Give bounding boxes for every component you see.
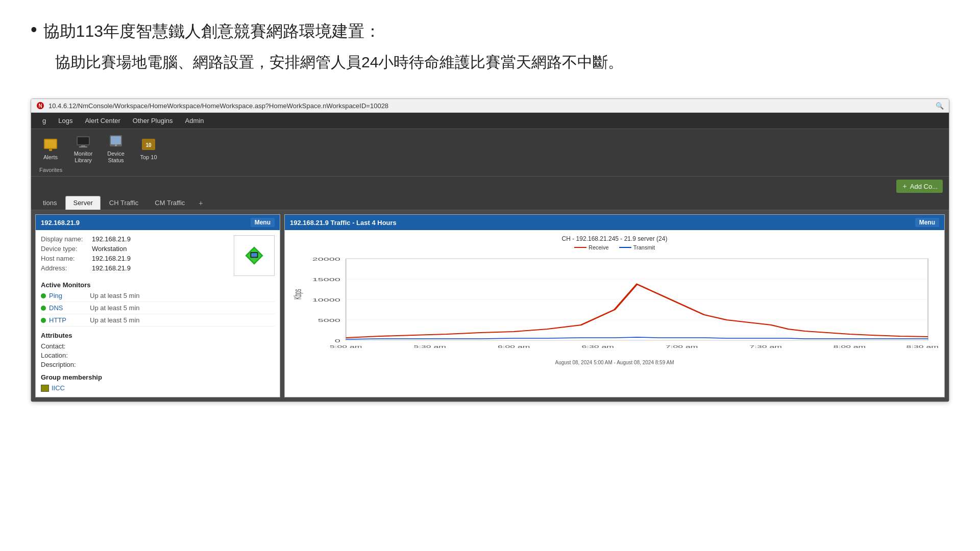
- toolbar-monitor-library-button[interactable]: MonitorLibrary: [68, 131, 99, 166]
- bullet-text: 協助113年度智慧鐵人創意競賽網路環境建置：: [43, 20, 381, 43]
- svg-point-11: [115, 144, 117, 146]
- host-name-row: Host name: 192.168.21.9: [41, 255, 234, 262]
- device-panel-header: 192.168.21.9 Menu: [36, 215, 280, 230]
- monitor-library-label: MonitorLibrary: [74, 151, 93, 164]
- presentation-text: • 協助113年度智慧鐵人創意競賽網路環境建置： 協助比賽場地電腦、網路設置，安…: [0, 0, 980, 98]
- bullet-symbol: •: [31, 20, 37, 39]
- monitor-dns-row: DNS Up at least 5 min: [41, 304, 275, 314]
- toolbar-row: Alerts MonitorLibrary: [35, 131, 945, 166]
- chart-svg-container: 20000 15000 10000 5000 0 Kbps 5:00 am 5:…: [290, 254, 939, 358]
- http-monitor-name[interactable]: HTTP: [49, 316, 90, 324]
- toolbar-area: Alerts MonitorLibrary: [31, 129, 949, 177]
- svg-text:5000: 5000: [318, 318, 340, 323]
- host-name-value: 192.168.21.9: [92, 255, 131, 262]
- plus-icon: ＋: [901, 182, 908, 191]
- svg-text:7:00 am: 7:00 am: [666, 344, 698, 349]
- svg-rect-4: [49, 149, 52, 151]
- panels-row: 192.168.21.9 Menu Display name: 192.168.…: [31, 210, 949, 402]
- transmit-legend: Transmit: [619, 244, 655, 251]
- add-col-label: Add Co...: [910, 183, 938, 190]
- tab-server[interactable]: Server: [65, 196, 100, 210]
- nav-item-g[interactable]: g: [36, 113, 52, 129]
- device-fields: Display name: 192.168.21.9 Device type: …: [41, 235, 234, 276]
- nav-item-other-plugins[interactable]: Other Plugins: [127, 113, 179, 129]
- traffic-chart-svg: 20000 15000 10000 5000 0 Kbps 5:00 am 5:…: [290, 254, 939, 356]
- workstation-icon: [241, 243, 267, 268]
- svg-rect-17: [251, 253, 257, 257]
- nav-item-admin[interactable]: Admin: [179, 113, 210, 129]
- dns-monitor-name[interactable]: DNS: [49, 304, 90, 312]
- chart-title: CH - 192.168.21.245 - 21.9 server (24): [290, 235, 939, 242]
- top10-icon: 10: [140, 137, 157, 153]
- add-column-button[interactable]: ＋ Add Co...: [896, 180, 943, 193]
- svg-text:Kbps: Kbps: [292, 289, 303, 300]
- active-monitors-title: Active Monitors: [41, 281, 275, 289]
- traffic-panel-menu-button[interactable]: Menu: [915, 218, 939, 227]
- svg-text:8:30 am: 8:30 am: [906, 344, 938, 349]
- receive-legend-label: Receive: [589, 244, 609, 251]
- attributes-title: Attributes: [41, 332, 275, 339]
- traffic-panel-title: 192.168.21.9 Traffic - Last 4 Hours: [290, 219, 397, 227]
- browser-favicon-icon: N: [36, 102, 44, 110]
- display-name-label: Display name:: [41, 235, 92, 243]
- svg-rect-8: [79, 146, 87, 147]
- receive-legend: Receive: [574, 244, 609, 251]
- svg-text:5:30 am: 5:30 am: [413, 344, 446, 349]
- contact-row: Contact:: [41, 342, 275, 350]
- device-panel-menu-button[interactable]: Menu: [251, 218, 275, 227]
- top10-label: Top 10: [140, 154, 157, 161]
- alerts-label: Alerts: [43, 154, 58, 161]
- svg-rect-18: [253, 258, 256, 259]
- tab-ch-traffic[interactable]: CH Traffic: [102, 196, 146, 210]
- svg-text:8:00 am: 8:00 am: [834, 344, 866, 349]
- address-url[interactable]: 10.4.6.12/NmConsole/Workspace/HomeWorksp…: [48, 102, 932, 110]
- svg-text:10000: 10000: [312, 297, 340, 303]
- svg-text:6:30 am: 6:30 am: [581, 344, 614, 349]
- toolbar-device-status-button[interactable]: DeviceStatus: [101, 131, 131, 166]
- device-icon-box: [234, 235, 275, 276]
- display-name-value: 192.168.21.9: [92, 235, 131, 243]
- device-status-icon: [108, 133, 124, 149]
- svg-rect-6: [78, 137, 89, 144]
- tab-tions[interactable]: tions: [35, 196, 64, 210]
- monitor-library-icon: [75, 133, 91, 149]
- device-panel-body: Display name: 192.168.21.9 Device type: …: [36, 230, 280, 397]
- group-folder-icon: [41, 385, 49, 392]
- group-membership-title: Group membership: [41, 373, 275, 381]
- top-nav: g Logs Alert Center Other Plugins Admin: [31, 113, 949, 129]
- favorites-label: Favorites: [35, 166, 945, 174]
- tab-cm-traffic[interactable]: CM Traffic: [147, 196, 192, 210]
- toolbar-alerts-button[interactable]: Alerts: [35, 135, 66, 163]
- svg-text:0: 0: [335, 338, 340, 343]
- app-container: g Logs Alert Center Other Plugins Admin: [31, 113, 949, 402]
- svg-rect-10: [111, 136, 121, 144]
- chart-legend: Receive Transmit: [290, 244, 939, 251]
- nav-item-logs[interactable]: Logs: [52, 113, 79, 129]
- display-name-row: Display name: 192.168.21.9: [41, 235, 234, 243]
- description-row: Description:: [41, 361, 275, 368]
- tab-add-button[interactable]: +: [193, 196, 208, 210]
- monitor-ping-row: Ping Up at least 5 min: [41, 292, 275, 302]
- alerts-icon: [42, 137, 59, 153]
- svg-text:5:00 am: 5:00 am: [330, 344, 362, 349]
- group-name[interactable]: IICC: [52, 384, 65, 392]
- device-type-label: Device type:: [41, 245, 92, 253]
- ping-monitor-name[interactable]: Ping: [49, 292, 90, 299]
- browser-search-icon: 🔍: [936, 102, 944, 110]
- svg-text:6:00 am: 6:00 am: [498, 344, 530, 349]
- bullet-point: • 協助113年度智慧鐵人創意競賽網路環境建置：: [31, 20, 949, 43]
- svg-text:N: N: [38, 103, 42, 109]
- address-row: Address: 192.168.21.9: [41, 264, 234, 272]
- group-row: IICC: [41, 384, 275, 392]
- workspace-header: ＋ Add Co...: [31, 177, 949, 196]
- device-details: Display name: 192.168.21.9 Device type: …: [41, 235, 275, 276]
- device-type-row: Device type: Workstation: [41, 245, 234, 253]
- browser-window: N 10.4.6.12/NmConsole/Workspace/HomeWork…: [31, 98, 949, 402]
- traffic-panel-header: 192.168.21.9 Traffic - Last 4 Hours Menu: [285, 215, 944, 230]
- browser-address-bar: N 10.4.6.12/NmConsole/Workspace/HomeWork…: [31, 99, 949, 113]
- device-status-label: DeviceStatus: [107, 151, 125, 164]
- http-status-dot: [41, 318, 46, 323]
- chart-area: CH - 192.168.21.245 - 21.9 server (24) R…: [285, 230, 944, 370]
- nav-item-alert-center[interactable]: Alert Center: [79, 113, 126, 129]
- toolbar-top10-button[interactable]: 10 Top 10: [133, 135, 164, 163]
